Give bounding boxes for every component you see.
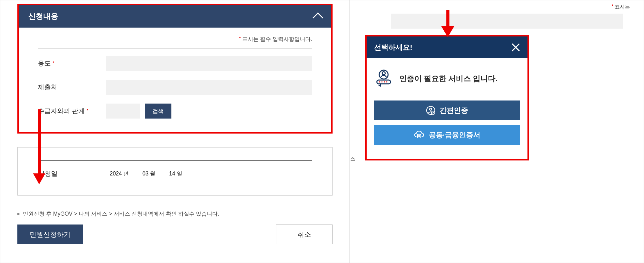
date-section: 신청일 2024 년 03 월 14 일 [17, 147, 333, 196]
label-purpose-text: 용도 [38, 60, 51, 67]
svg-point-8 [430, 108, 432, 110]
arrow-stem [446, 10, 449, 27]
svg-point-5 [384, 81, 385, 82]
date-month: 03 월 [142, 170, 155, 177]
required-dot-icon: • [87, 107, 88, 112]
divider [38, 48, 312, 48]
auth-modal: 선택하세요! [367, 36, 527, 159]
day-val: 14 [169, 171, 175, 176]
svg-point-4 [381, 81, 382, 82]
cancel-button[interactable]: 취소 [276, 225, 333, 244]
svg-rect-2 [377, 80, 390, 84]
auth-message: 인증이 필요한 서비스 입니다. [399, 74, 497, 84]
action-row: 민원신청하기 취소 [17, 225, 333, 244]
arrow-stem [38, 109, 41, 174]
arrow-head-icon [441, 26, 454, 37]
svg-point-3 [379, 81, 380, 82]
left-panel: 신청내용 • 표시는 필수 입력사항입니다. 용도 • 제출처 [0, 0, 350, 263]
footer-note-text: 민원신청 후 MyGOV > 나의 서비스 > 서비스 신청내역에서 확인 하실… [23, 211, 219, 218]
year-val: 2024 [110, 171, 122, 176]
partial-text: 스 [350, 156, 355, 162]
svg-rect-10 [417, 134, 421, 138]
search-button[interactable]: 검색 [145, 104, 171, 119]
chevron-up-icon[interactable] [312, 12, 323, 23]
required-note-text: 표시는 필수 입력사항입니다. [242, 36, 312, 42]
label-relationship-text: 수급자와의 관계 [38, 107, 85, 114]
date-year: 2024 년 [110, 170, 129, 177]
modal-header: 선택하세요! [367, 36, 527, 58]
simple-auth-button[interactable]: 간편인증 [374, 100, 520, 120]
footer-note: 민원신청 후 MyGOV > 나의 서비스 > 서비스 신청내역에서 확인 하실… [17, 211, 333, 218]
auth-icon [374, 68, 393, 89]
bullet-icon [17, 213, 19, 215]
svg-point-6 [386, 81, 387, 82]
right-panel: • 표시는 스 선택하세요! [350, 0, 644, 263]
background-input-bar [391, 14, 623, 29]
right-top-note: • 표시는 [364, 4, 630, 10]
arrow-annotation-right [442, 10, 454, 37]
submit-to-input[interactable] [106, 80, 312, 95]
required-note: • 표시는 필수 입력사항입니다. [38, 36, 312, 43]
svg-point-1 [382, 72, 385, 75]
cert-auth-label: 공동·금융인증서 [429, 130, 481, 140]
modal-body: 인증이 필요한 서비스 입니다. 간편인증 [367, 58, 527, 159]
row-submit-to: 제출처 [38, 80, 312, 95]
arrow-head-icon [33, 173, 45, 184]
form-body: • 표시는 필수 입력사항입니다. 용도 • 제출처 [19, 28, 331, 132]
required-dot-icon: • [239, 35, 241, 40]
month-val: 03 [142, 171, 149, 176]
purpose-input[interactable] [106, 56, 312, 71]
person-check-icon [426, 106, 435, 115]
row-relationship: 수급자와의 관계 • 검색 [38, 104, 312, 119]
close-icon[interactable] [511, 43, 520, 52]
auth-message-row: 인증이 필요한 서비스 입니다. [374, 68, 520, 89]
required-dot-icon: • [612, 3, 613, 7]
divider [38, 160, 312, 161]
date-label: 신청일 [38, 169, 110, 178]
day-unit: 일 [177, 171, 182, 176]
right-top-text: 표시는 [615, 4, 630, 10]
section-header[interactable]: 신청내용 [19, 5, 331, 28]
modal-title: 선택하세요! [374, 43, 412, 52]
section-title: 신청내용 [28, 11, 58, 21]
year-unit: 년 [123, 171, 129, 176]
date-row: 신청일 2024 년 03 월 14 일 [38, 169, 312, 178]
label-submit-to: 제출처 [38, 83, 106, 92]
date-day: 14 일 [169, 170, 182, 177]
arrow-annotation [34, 109, 44, 186]
row-purpose: 용도 • [38, 56, 312, 71]
apply-button[interactable]: 민원신청하기 [17, 225, 83, 244]
label-purpose: 용도 • [38, 59, 106, 68]
month-unit: 월 [150, 171, 155, 176]
cloud-cert-icon [414, 130, 425, 140]
simple-auth-label: 간편인증 [440, 106, 468, 115]
label-relationship: 수급자와의 관계 • [38, 107, 106, 115]
cert-auth-button[interactable]: 공동·금융인증서 [374, 125, 520, 145]
required-dot-icon: • [52, 60, 54, 64]
auth-modal-highlight: 선택하세요! [365, 35, 529, 160]
application-content-box: 신청내용 • 표시는 필수 입력사항입니다. 용도 • 제출처 [17, 4, 333, 134]
relationship-input[interactable] [106, 104, 140, 119]
